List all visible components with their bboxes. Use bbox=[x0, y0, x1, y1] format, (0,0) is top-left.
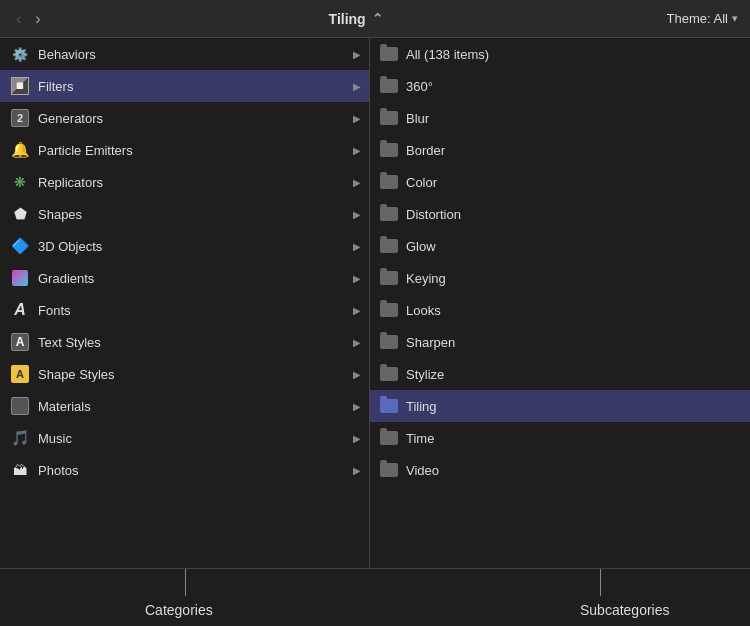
subcat-item-blur[interactable]: Blur bbox=[370, 102, 750, 134]
sidebar-item-label: Shapes bbox=[38, 207, 349, 222]
folder-icon bbox=[380, 271, 398, 285]
sidebar-item-materials[interactable]: Materials ▶ bbox=[0, 390, 369, 422]
sidebar-item-label: Generators bbox=[38, 111, 349, 126]
sidebar-item-filters[interactable]: ▦ Filters ▶ bbox=[0, 70, 369, 102]
subcat-item-label: Border bbox=[406, 143, 742, 158]
subcat-item-time[interactable]: Time bbox=[370, 422, 750, 454]
subcat-item-label: Looks bbox=[406, 303, 742, 318]
subcategories-label: Subcategories bbox=[580, 602, 670, 618]
subcat-item-border[interactable]: Border bbox=[370, 134, 750, 166]
theme-label: Theme: All bbox=[667, 11, 728, 26]
arrow-icon: ▶ bbox=[353, 465, 361, 476]
subcat-item-video[interactable]: Video bbox=[370, 454, 750, 486]
categories-line bbox=[185, 569, 186, 596]
shapes-icon: ⬟ bbox=[10, 204, 30, 224]
folder-icon bbox=[380, 335, 398, 349]
sidebar-item-shapes[interactable]: ⬟ Shapes ▶ bbox=[0, 198, 369, 230]
subcat-item-label: Time bbox=[406, 431, 742, 446]
top-bar: ‹ › Tiling ⌃ Theme: All ▾ bbox=[0, 0, 750, 38]
sidebar-item-fonts[interactable]: A Fonts ▶ bbox=[0, 294, 369, 326]
forward-arrow[interactable]: › bbox=[31, 8, 44, 30]
sidebar-item-shape-styles[interactable]: A Shape Styles ▶ bbox=[0, 358, 369, 390]
folder-icon bbox=[380, 463, 398, 477]
sidebar-item-behaviors[interactable]: ⚙️ Behaviors ▶ bbox=[0, 38, 369, 70]
gear-icon: ⚙️ bbox=[10, 44, 30, 64]
arrow-icon: ▶ bbox=[353, 177, 361, 188]
subcat-item-label: Video bbox=[406, 463, 742, 478]
folder-icon bbox=[380, 399, 398, 413]
subcat-item-label: Sharpen bbox=[406, 335, 742, 350]
folder-icon bbox=[380, 207, 398, 221]
subcat-item-sharpen[interactable]: Sharpen bbox=[370, 326, 750, 358]
arrow-icon: ▶ bbox=[353, 81, 361, 92]
folder-icon bbox=[380, 175, 398, 189]
subcat-item-label: 360° bbox=[406, 79, 742, 94]
arrow-icon: ▶ bbox=[353, 305, 361, 316]
sidebar-item-label: Materials bbox=[38, 399, 349, 414]
arrow-icon: ▶ bbox=[353, 209, 361, 220]
sidebar-item-label: Fonts bbox=[38, 303, 349, 318]
subcat-item-tiling[interactable]: Tiling bbox=[370, 390, 750, 422]
arrow-icon: ▶ bbox=[353, 401, 361, 412]
materials-icon bbox=[10, 396, 30, 416]
subcat-item-distortion[interactable]: Distortion bbox=[370, 198, 750, 230]
sidebar-item-music[interactable]: 🎵 Music ▶ bbox=[0, 422, 369, 454]
theme-selector[interactable]: Theme: All ▾ bbox=[667, 11, 738, 26]
sidebar-item-label: Behaviors bbox=[38, 47, 349, 62]
generators-icon: 2 bbox=[10, 108, 30, 128]
subcat-item-label: Blur bbox=[406, 111, 742, 126]
subcat-item-glow[interactable]: Glow bbox=[370, 230, 750, 262]
subcategories-panel: All (138 items) 360° Blur Border Color D… bbox=[370, 38, 750, 568]
categories-panel: ⚙️ Behaviors ▶ ▦ Filters ▶ 2 Generators … bbox=[0, 38, 370, 568]
arrow-icon: ▶ bbox=[353, 273, 361, 284]
music-icon: 🎵 bbox=[10, 428, 30, 448]
arrow-icon: ▶ bbox=[353, 145, 361, 156]
folder-icon bbox=[380, 143, 398, 157]
arrow-icon: ▶ bbox=[353, 337, 361, 348]
subcat-item-label: Keying bbox=[406, 271, 742, 286]
subcat-item-label: Distortion bbox=[406, 207, 742, 222]
sidebar-item-generators[interactable]: 2 Generators ▶ bbox=[0, 102, 369, 134]
categories-label: Categories bbox=[145, 602, 213, 618]
subcat-item-label: Stylize bbox=[406, 367, 742, 382]
back-arrow[interactable]: ‹ bbox=[12, 8, 25, 30]
arrow-icon: ▶ bbox=[353, 113, 361, 124]
sidebar-item-label: 3D Objects bbox=[38, 239, 349, 254]
folder-icon bbox=[380, 79, 398, 93]
arrow-icon: ▶ bbox=[353, 369, 361, 380]
subcat-item-keying[interactable]: Keying bbox=[370, 262, 750, 294]
folder-icon bbox=[380, 239, 398, 253]
folder-icon bbox=[380, 367, 398, 381]
subcat-item-color[interactable]: Color bbox=[370, 166, 750, 198]
sidebar-item-label: Particle Emitters bbox=[38, 143, 349, 158]
sidebar-item-particle-emitters[interactable]: 🔔 Particle Emitters ▶ bbox=[0, 134, 369, 166]
folder-icon bbox=[380, 303, 398, 317]
subcat-item-label: Color bbox=[406, 175, 742, 190]
subcat-item-label: All (138 items) bbox=[406, 47, 742, 62]
gradients-icon bbox=[10, 268, 30, 288]
shape-styles-icon: A bbox=[10, 364, 30, 384]
particle-icon: 🔔 bbox=[10, 140, 30, 160]
top-title: Tiling ⌃ bbox=[329, 11, 383, 27]
subcat-item-stylize[interactable]: Stylize bbox=[370, 358, 750, 390]
sidebar-item-gradients[interactable]: Gradients ▶ bbox=[0, 262, 369, 294]
title-text: Tiling bbox=[329, 11, 366, 27]
text-styles-icon: A bbox=[10, 332, 30, 352]
3d-icon: 🔷 bbox=[10, 236, 30, 256]
sidebar-item-label: Text Styles bbox=[38, 335, 349, 350]
sidebar-item-replicators[interactable]: ❋ Replicators ▶ bbox=[0, 166, 369, 198]
subcat-item-looks[interactable]: Looks bbox=[370, 294, 750, 326]
arrow-icon: ▶ bbox=[353, 241, 361, 252]
sidebar-item-photos[interactable]: 🏔 Photos ▶ bbox=[0, 454, 369, 486]
folder-icon bbox=[380, 47, 398, 61]
photos-icon: 🏔 bbox=[10, 460, 30, 480]
sidebar-item-3d-objects[interactable]: 🔷 3D Objects ▶ bbox=[0, 230, 369, 262]
replicators-icon: ❋ bbox=[10, 172, 30, 192]
folder-icon bbox=[380, 111, 398, 125]
sidebar-item-text-styles[interactable]: A Text Styles ▶ bbox=[0, 326, 369, 358]
subcat-item-all[interactable]: All (138 items) bbox=[370, 38, 750, 70]
nav-arrows: ‹ › bbox=[12, 8, 45, 30]
sidebar-item-label: Photos bbox=[38, 463, 349, 478]
subcat-item-360[interactable]: 360° bbox=[370, 70, 750, 102]
title-stepper[interactable]: ⌃ bbox=[372, 11, 383, 26]
